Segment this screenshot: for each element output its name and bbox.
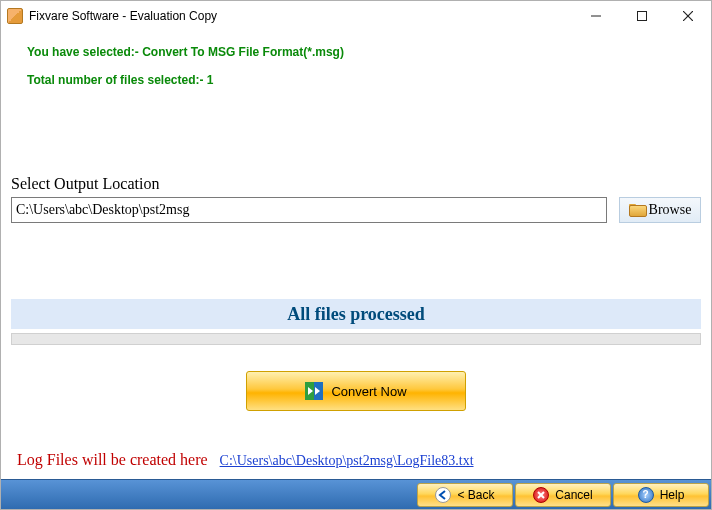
help-icon: ? [638, 487, 654, 503]
minimize-button[interactable] [573, 1, 619, 31]
back-button-label: < Back [457, 488, 494, 502]
bottom-button-bar: < Back Cancel ? Help [1, 479, 711, 509]
convert-row: Convert Now [11, 371, 701, 411]
cancel-icon [533, 487, 549, 503]
log-label: Log Files will be created here [17, 451, 208, 469]
output-path-input[interactable] [11, 197, 607, 223]
client-area: You have selected:- Convert To MSG File … [1, 31, 711, 479]
convert-icon [305, 382, 323, 400]
convert-now-button[interactable]: Convert Now [246, 371, 466, 411]
browse-button-label: Browse [649, 202, 692, 218]
status-text: All files processed [11, 299, 701, 329]
svg-rect-1 [638, 12, 647, 21]
app-window: Fixvare Software - Evaluation Copy You h… [0, 0, 712, 510]
window-title: Fixvare Software - Evaluation Copy [29, 9, 217, 23]
title-bar[interactable]: Fixvare Software - Evaluation Copy [1, 1, 711, 31]
convert-button-label: Convert Now [331, 384, 406, 399]
output-row: Browse [11, 197, 701, 223]
cancel-button-label: Cancel [555, 488, 592, 502]
help-button-label: Help [660, 488, 685, 502]
help-button[interactable]: ? Help [613, 483, 709, 507]
folder-icon [629, 204, 645, 217]
maximize-button[interactable] [619, 1, 665, 31]
browse-button[interactable]: Browse [619, 197, 701, 223]
log-row: Log Files will be created here C:\Users\… [11, 445, 701, 479]
cancel-button[interactable]: Cancel [515, 483, 611, 507]
app-icon [7, 8, 23, 24]
progress-bar [11, 333, 701, 345]
selected-format-text: You have selected:- Convert To MSG File … [27, 45, 701, 59]
file-count-text: Total number of files selected:- 1 [27, 73, 701, 87]
log-file-link[interactable]: C:\Users\abc\Desktop\pst2msg\LogFile83.t… [220, 453, 474, 469]
close-button[interactable] [665, 1, 711, 31]
output-location-label: Select Output Location [11, 175, 701, 193]
back-button[interactable]: < Back [417, 483, 513, 507]
back-arrow-icon [435, 487, 451, 503]
